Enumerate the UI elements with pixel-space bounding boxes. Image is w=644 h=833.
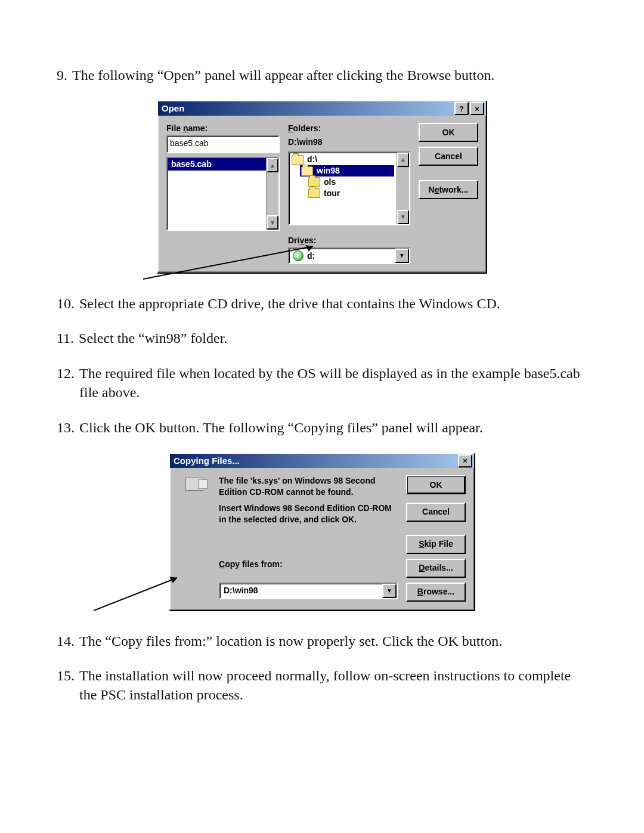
step-text: The required file when located by the OS… [79,364,587,402]
drives-label: Drives: [288,235,410,246]
folder-tree-child[interactable]: tour [308,188,394,199]
copy-from-dropdown[interactable]: D:\win98 ▼ [219,583,398,599]
instruction-list: 9. The following “Open” panel will appea… [57,66,587,705]
close-icon[interactable]: × [470,102,484,115]
copying-dialog-title: Copying Files... [174,455,240,467]
step-number: 11. [57,329,74,348]
file-name-label: File name: [166,123,280,134]
copying-dialog-window: Copying Files... × The file 'ks.sys' on … [169,453,475,611]
step-number: 15. [57,666,75,705]
ok-button[interactable]: OK [406,475,466,494]
copying-msg-1: The file 'ks.sys' on Windows 98 Second E… [219,475,398,498]
folders-path: D:\win98 [288,137,410,148]
browse-button[interactable]: Browse... [406,583,466,602]
chevron-down-icon[interactable]: ▼ [395,249,409,263]
details-button[interactable]: Details... [406,559,466,578]
instruction-item: 10. Select the appropriate CD drive, the… [57,294,587,313]
folder-icon [308,188,320,198]
cd-drive-icon [293,250,304,261]
instruction-item: 13. Click the OK button. The following “… [57,418,587,437]
document-page: 9. The following “Open” panel will appea… [0,0,644,833]
instruction-item: 11. Select the “win98” folder. [57,329,587,348]
open-folder-icon [292,155,304,165]
folder-tree-scrollbar[interactable]: ▲ ▼ [397,153,409,224]
close-icon[interactable]: × [458,454,472,467]
instruction-item: 9. The following “Open” panel will appea… [57,66,587,85]
step-text: The following “Open” panel will appear a… [72,66,587,85]
open-dialog-titlebar: Open ? × [158,101,486,116]
open-dialog-window: Open ? × File name: [157,100,487,274]
step-number: 12. [57,364,75,402]
step-number: 13. [57,418,75,437]
step-text: Select the appropriate CD drive, the dri… [79,294,587,313]
copying-dialog-titlebar: Copying Files... × [170,454,474,468]
cancel-button[interactable]: Cancel [419,147,478,166]
step-text: Click the OK button. The following “Copy… [79,418,587,437]
instruction-item: 15. The installation will now proceed no… [57,666,587,705]
file-list[interactable]: base5.cab ▲ ▼ [166,157,280,231]
scroll-down-icon[interactable]: ▼ [397,210,409,224]
svg-line-2 [94,578,177,611]
folder-tree[interactable]: d:\ win98 ols [288,151,410,225]
open-dialog-title: Open [162,103,184,114]
scroll-up-icon[interactable]: ▲ [267,158,278,172]
folder-tree-child[interactable]: ols [308,176,394,188]
instruction-item: 14. The “Copy files from:” location is n… [57,631,587,651]
step-number: 14. [57,631,75,651]
ok-button[interactable]: OK [419,123,478,142]
folders-label: Folders: [288,123,410,134]
copy-from-label: Copy files from: [219,559,398,578]
skip-file-button[interactable]: Skip File [406,535,466,554]
open-dialog-figure: Open ? × File name: [57,100,587,274]
folder-tree-root[interactable]: d:\ [292,154,394,165]
cancel-button[interactable]: Cancel [406,503,466,522]
instruction-item: 12. The required file when located by th… [57,364,587,402]
chevron-down-icon[interactable]: ▼ [382,584,397,598]
scroll-down-icon[interactable]: ▼ [267,215,278,230]
drives-dropdown[interactable]: d: ▼ [288,247,410,264]
step-number: 9. [57,66,67,85]
step-number: 10. [57,294,75,313]
step-text: Select the “win98” folder. [79,329,587,348]
disk-icon [185,478,203,491]
copying-dialog-figure: Copying Files... × The file 'ks.sys' on … [57,453,587,611]
open-folder-icon [301,166,313,176]
file-list-scrollbar[interactable]: ▲ ▼ [266,158,278,230]
step-text: The installation will now proceed normal… [79,666,587,705]
copying-msg-2: Insert Windows 98 Second Edition CD-ROM … [219,503,398,525]
file-name-input[interactable]: base5.cab [166,135,280,153]
folder-icon [308,177,320,187]
scroll-up-icon[interactable]: ▲ [397,153,409,167]
network-button[interactable]: Network... [419,180,478,199]
help-icon[interactable]: ? [454,102,469,115]
step-text: The “Copy files from:” location is now p… [79,631,587,651]
folder-tree-selected[interactable]: win98 [300,165,394,176]
file-list-item-selected[interactable]: base5.cab [168,158,266,171]
